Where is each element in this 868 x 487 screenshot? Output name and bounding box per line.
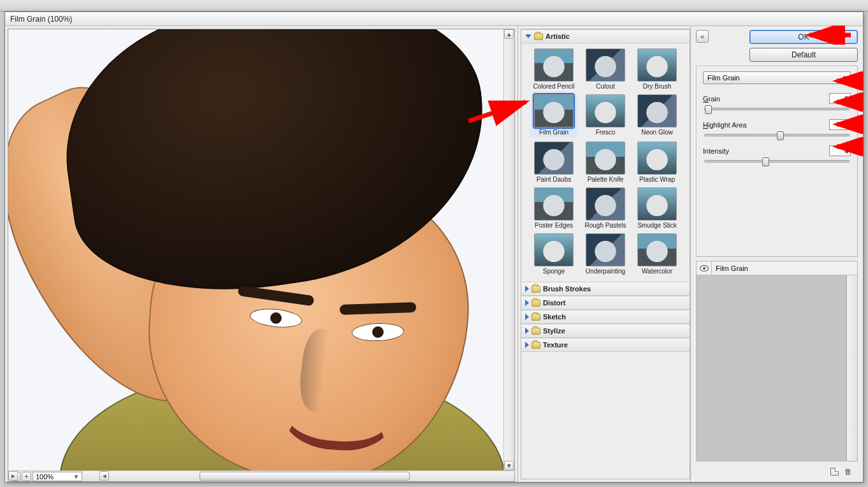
category-header-distort[interactable]: Distort	[521, 296, 690, 310]
highlight-area-slider-thumb[interactable]	[777, 131, 784, 140]
filter-thumb-cutout[interactable]: Cutout	[582, 48, 630, 91]
filter-thumb-dry-brush[interactable]: Dry Brush	[633, 48, 681, 91]
folder-icon	[532, 300, 540, 307]
effect-stack-item[interactable]: Film Grain	[697, 261, 857, 275]
filter-thumb-label: Underpainting	[582, 268, 630, 275]
filter-thumb-poster-edges[interactable]: Poster Edges	[530, 187, 578, 229]
category-header-brush-strokes[interactable]: Brush Strokes	[521, 282, 690, 296]
filter-thumb-label: Plastic Wrap	[633, 176, 681, 184]
filter-thumb-image	[586, 142, 625, 175]
filter-thumb-label: Colored Pencil	[530, 83, 578, 91]
filter-thumb-image	[637, 48, 677, 82]
filter-thumb-label: Neon Glow	[633, 129, 681, 136]
highlight-area-slider-row: Highlight Area	[703, 119, 851, 136]
filter-thumb-image	[534, 48, 574, 82]
intensity-label: Intensity	[703, 147, 729, 155]
grain-slider-row: Grain	[703, 93, 851, 110]
effect-stack-panel: Film Grain	[696, 261, 858, 462]
intensity-slider-thumb[interactable]	[762, 157, 769, 166]
category-header-artistic[interactable]: Artistic	[521, 30, 690, 43]
highlight-area-input[interactable]	[829, 119, 851, 130]
category-header-stylize[interactable]: Stylize	[521, 324, 690, 338]
filter-thumb-label: Sponge	[530, 268, 578, 275]
filter-select-dropdown[interactable]: Film Grain ▼	[703, 71, 851, 84]
effect-stack-scrollbar[interactable]	[846, 275, 857, 461]
collapse-gallery-button[interactable]: «	[696, 30, 709, 43]
preview-vertical-scrollbar[interactable]: ▴ ▾	[503, 29, 514, 470]
folder-icon	[532, 342, 540, 349]
visibility-toggle[interactable]	[697, 261, 712, 275]
filter-thumb-image	[637, 94, 677, 127]
delete-effect-layer-button[interactable]: 🗑	[844, 467, 853, 476]
zoom-level-dropdown[interactable]: 100% ▼	[33, 472, 82, 481]
filter-thumb-underpainting[interactable]: Underpainting	[582, 233, 630, 275]
intensity-input[interactable]	[829, 145, 851, 156]
category-header-sketch[interactable]: Sketch	[521, 310, 690, 324]
grain-slider-thumb[interactable]	[705, 105, 712, 114]
filter-thumb-image	[586, 233, 625, 266]
horizontal-scroll-thumb[interactable]	[199, 472, 410, 481]
filter-thumb-film-grain[interactable]: Film Grain	[530, 94, 578, 138]
filter-thumb-label: Palette Knife	[582, 176, 630, 184]
eye-icon	[700, 265, 709, 272]
filter-thumb-plastic-wrap[interactable]: Plastic Wrap	[633, 142, 681, 184]
chevron-down-icon: ▼	[842, 75, 848, 81]
folder-icon	[534, 33, 543, 40]
filter-thumb-fresco[interactable]: Fresco	[582, 94, 630, 138]
intensity-slider-row: Intensity	[703, 145, 851, 163]
scroll-left-button[interactable]: ◂	[99, 471, 109, 481]
folder-icon	[532, 328, 540, 335]
filter-thumb-paint-daubs[interactable]: Paint Daubs	[530, 142, 578, 184]
settings-column: « OK Default Film Grain ▼	[691, 26, 863, 482]
grain-slider[interactable]	[704, 108, 850, 110]
dialog-titlebar: Film Grain (100%)	[5, 12, 863, 26]
filter-thumb-palette-knife[interactable]: Palette Knife	[582, 142, 630, 184]
triangle-right-icon	[525, 342, 529, 348]
category-header-texture[interactable]: Texture	[521, 338, 690, 352]
filter-category-list[interactable]: ArtisticColored PencilCutoutDry BrushFil…	[521, 29, 690, 479]
ok-button[interactable]: OK	[749, 30, 858, 44]
folder-icon	[532, 314, 540, 321]
chevron-down-icon: ▼	[73, 474, 79, 480]
default-button[interactable]: Default	[749, 48, 858, 62]
filter-thumb-label: Cutout	[582, 83, 630, 91]
highlight-area-label: Highlight Area	[703, 121, 747, 129]
highlight-area-slider[interactable]	[704, 134, 850, 136]
filter-thumb-image	[534, 142, 574, 175]
filter-thumb-label: Dry Brush	[633, 83, 681, 91]
category-label: Texture	[543, 341, 568, 349]
dialog-title: Film Grain (100%)	[10, 15, 72, 24]
triangle-down-icon	[525, 34, 532, 38]
filter-thumb-watercolor[interactable]: Watercolor	[633, 233, 681, 275]
preview-canvas[interactable]	[8, 29, 503, 470]
triangle-right-icon	[525, 300, 529, 306]
scroll-up-button[interactable]: ▴	[504, 29, 514, 39]
preview-bottom-bar: − + 100% ▼ ◂ ▸	[8, 470, 514, 481]
trash-icon: 🗑	[844, 467, 852, 476]
scroll-down-button[interactable]: ▾	[504, 461, 514, 470]
filter-thumb-image	[534, 94, 574, 127]
folder-icon	[532, 286, 540, 293]
filter-thumb-rough-pastels[interactable]: Rough Pastels	[582, 187, 630, 229]
filter-thumb-sponge[interactable]: Sponge	[530, 233, 578, 275]
effect-stack-item-label: Film Grain	[712, 265, 752, 272]
filter-thumb-smudge-stick[interactable]: Smudge Stick	[633, 187, 681, 229]
category-label: Artistic	[546, 33, 570, 40]
grain-input[interactable]	[829, 93, 851, 104]
filter-thumb-image	[637, 187, 677, 221]
scroll-right-button[interactable]: ▸	[8, 471, 18, 481]
horizontal-scroll-track[interactable]	[110, 471, 503, 481]
default-button-label: Default	[792, 50, 816, 59]
filter-thumb-image	[586, 48, 625, 82]
filter-thumb-colored-pencil[interactable]: Colored Pencil	[530, 48, 578, 91]
ok-button-label: OK	[798, 33, 809, 41]
triangle-right-icon	[525, 286, 529, 292]
intensity-slider[interactable]	[704, 160, 850, 163]
filter-thumb-neon-glow[interactable]: Neon Glow	[633, 94, 681, 138]
filter-select-value: Film Grain	[707, 74, 740, 82]
filter-gallery-dialog: Film Grain (100%)	[4, 11, 864, 483]
preview-image	[8, 29, 503, 470]
zoom-in-button[interactable]: +	[22, 472, 31, 481]
filter-thumb-label: Fresco	[582, 129, 630, 136]
new-effect-layer-button[interactable]	[830, 467, 839, 476]
